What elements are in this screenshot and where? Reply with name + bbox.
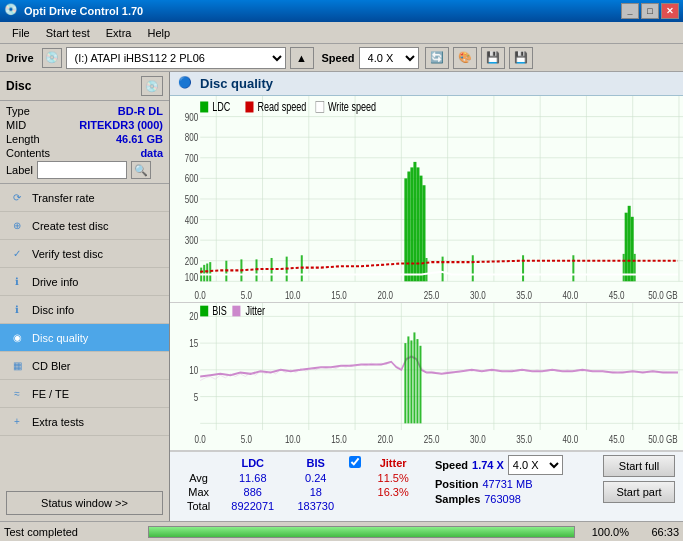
- avg-label: Avg: [178, 471, 219, 485]
- save-button[interactable]: 💾: [509, 47, 533, 69]
- stats-table: LDC BIS Jitter Avg 11.68 0.24: [178, 455, 419, 513]
- nav-fe-te[interactable]: ≈ FE / TE: [0, 380, 169, 408]
- svg-rect-126: [200, 306, 208, 317]
- progress-bar: [148, 526, 575, 538]
- svg-text:800: 800: [185, 131, 198, 144]
- content-area: Disc 💿 Type BD-R DL MID RITEKDR3 (000) L…: [0, 72, 683, 521]
- svg-rect-83: [170, 303, 683, 450]
- drive-icon: 💿: [42, 48, 62, 68]
- drive-label: Drive: [6, 52, 34, 64]
- svg-rect-51: [203, 265, 205, 281]
- nav-transfer-rate[interactable]: ⟳ Transfer rate: [0, 184, 169, 212]
- svg-text:15: 15: [189, 337, 198, 349]
- svg-text:5.0: 5.0: [241, 433, 252, 445]
- extra-tests-icon: +: [8, 413, 26, 431]
- maximize-button[interactable]: □: [641, 3, 659, 19]
- svg-text:15.0: 15.0: [331, 433, 347, 445]
- disc-info-button[interactable]: 💾: [481, 47, 505, 69]
- position-label: Position: [435, 478, 478, 490]
- menu-bar: File Start test Extra Help: [0, 22, 683, 44]
- speed-label: Speed: [322, 52, 355, 64]
- disc-eject-button[interactable]: 💿: [141, 76, 163, 96]
- disc-label: Disc: [6, 79, 31, 93]
- svg-text:Jitter: Jitter: [245, 304, 265, 318]
- disc-type-label: Type: [6, 105, 30, 117]
- minimize-button[interactable]: _: [621, 3, 639, 19]
- svg-text:300: 300: [185, 234, 198, 247]
- svg-text:900: 900: [185, 110, 198, 123]
- jitter-checkbox[interactable]: [349, 456, 361, 468]
- svg-text:45.0: 45.0: [609, 289, 625, 302]
- disc-quality-title: Disc quality: [200, 76, 273, 91]
- max-jitter: 16.3%: [367, 485, 419, 499]
- svg-rect-69: [472, 255, 474, 281]
- status-text: Test completed: [4, 526, 144, 538]
- svg-text:100: 100: [185, 271, 198, 284]
- disc-length-row: Length 46.61 GB: [6, 133, 163, 145]
- svg-text:25.0: 25.0: [424, 289, 440, 302]
- svg-rect-76: [634, 254, 636, 281]
- svg-rect-74: [628, 206, 631, 282]
- disc-contents-label: Contents: [6, 147, 50, 159]
- svg-text:5.0: 5.0: [241, 289, 252, 302]
- svg-text:30.0: 30.0: [470, 433, 486, 445]
- app-title: Opti Drive Control 1.70: [24, 5, 621, 17]
- disc-quality-icon: ◉: [8, 329, 26, 347]
- status-window-button[interactable]: Status window >>: [6, 491, 163, 515]
- menu-extra[interactable]: Extra: [98, 25, 140, 41]
- speed-row: Speed 1.74 X 4.0 X 2.0 X 8.0 X: [435, 455, 595, 475]
- speed-label-static: Speed: [435, 459, 468, 471]
- disc-info-nav-icon: ℹ: [8, 301, 26, 319]
- refresh-button[interactable]: 🔄: [425, 47, 449, 69]
- nav-disc-quality[interactable]: ◉ Disc quality: [0, 324, 169, 352]
- ldc-chart-svg: 900 800 700 600 500 400 300 200 100 18 X…: [170, 96, 683, 302]
- nav-verify-test-disc[interactable]: ✓ Verify test disc: [0, 240, 169, 268]
- nav-disc-info[interactable]: ℹ Disc info: [0, 296, 169, 324]
- svg-rect-128: [232, 306, 240, 317]
- svg-text:5: 5: [194, 390, 198, 402]
- disc-color-button[interactable]: 🎨: [453, 47, 477, 69]
- svg-rect-56: [256, 259, 258, 281]
- svg-rect-71: [572, 255, 574, 281]
- svg-text:0.0: 0.0: [195, 433, 206, 445]
- disc-mid-label: MID: [6, 119, 26, 131]
- jitter-header: Jitter: [367, 455, 419, 471]
- nav-disc-info-label: Disc info: [32, 304, 74, 316]
- disc-label-input[interactable]: [37, 161, 127, 179]
- speed-select[interactable]: 4.0 X 1.0 X 2.0 X 8.0 X: [359, 47, 419, 69]
- drive-icon-group: 🔄 🎨 💾 💾: [425, 47, 533, 69]
- svg-rect-65: [419, 176, 422, 282]
- eject-button[interactable]: ▲: [290, 47, 314, 69]
- avg-ldc: 11.68: [219, 471, 286, 485]
- nav-cd-bler[interactable]: ▦ CD Bler: [0, 352, 169, 380]
- transfer-rate-icon: ⟳: [8, 189, 26, 207]
- menu-start-test[interactable]: Start test: [38, 25, 98, 41]
- speed-value: 1.74 X: [472, 459, 504, 471]
- nav-drive-info[interactable]: ℹ Drive info: [0, 268, 169, 296]
- menu-file[interactable]: File: [4, 25, 38, 41]
- menu-help[interactable]: Help: [139, 25, 178, 41]
- svg-rect-125: [419, 346, 421, 424]
- svg-rect-124: [416, 339, 418, 423]
- avg-bis: 0.24: [286, 471, 345, 485]
- nav-verify-test-disc-label: Verify test disc: [32, 248, 103, 260]
- speed-dropdown[interactable]: 4.0 X 2.0 X 8.0 X: [508, 455, 563, 475]
- total-ldc: 8922071: [219, 499, 286, 513]
- drive-select[interactable]: (I:) ATAPI iHBS112 2 PL06: [66, 47, 286, 69]
- svg-rect-67: [425, 258, 427, 281]
- label-icon-button[interactable]: 🔍: [131, 161, 151, 179]
- nav-create-test-disc[interactable]: ⊕ Create test disc: [0, 212, 169, 240]
- nav-extra-tests[interactable]: + Extra tests: [0, 408, 169, 436]
- ldc-header: LDC: [219, 455, 286, 471]
- svg-rect-61: [407, 172, 410, 282]
- disc-mid-row: MID RITEKDR3 (000): [6, 119, 163, 131]
- start-part-button[interactable]: Start part: [603, 481, 675, 503]
- charts-area: 900 800 700 600 500 400 300 200 100 18 X…: [170, 96, 683, 521]
- start-full-button[interactable]: Start full: [603, 455, 675, 477]
- total-bis: 183730: [286, 499, 345, 513]
- svg-rect-60: [404, 178, 407, 281]
- drive-row: Drive 💿 (I:) ATAPI iHBS112 2 PL06 ▲ Spee…: [0, 44, 683, 72]
- close-button[interactable]: ✕: [661, 3, 679, 19]
- svg-text:15.0: 15.0: [331, 289, 347, 302]
- fe-te-icon: ≈: [8, 385, 26, 403]
